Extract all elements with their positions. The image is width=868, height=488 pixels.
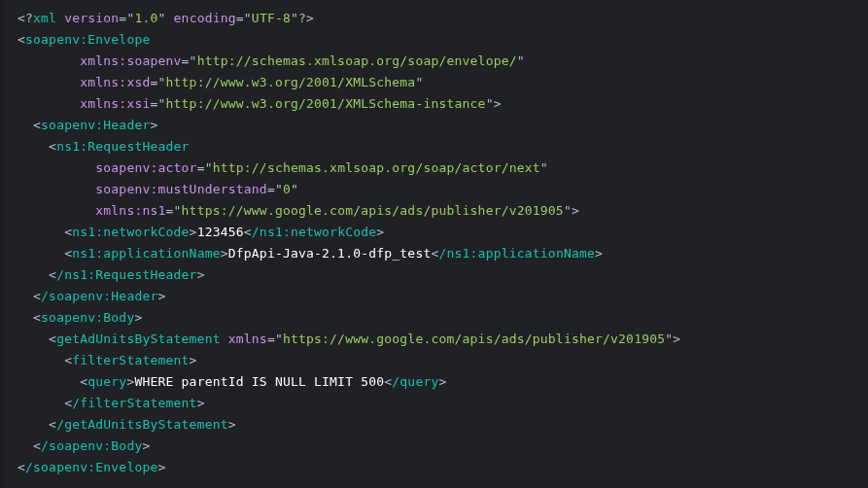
punct: " [486,96,494,111]
punct: > [494,96,502,111]
punct: < [49,267,56,282]
attr-name: xmlns:soapenv [80,53,181,68]
line: xmlns:soapenv="http://schemas.xmlsoap.or… [17,53,525,68]
punct: > [190,353,197,367]
attr-name: xmlns:xsi [80,96,150,111]
punct: = [150,75,157,89]
attr-value: http://schemas.xmlsoap.org/soap/envelope… [197,53,517,68]
tag-name: /ns1:networkCode [252,225,376,239]
punct: > [595,246,603,261]
tag-name: /query [392,374,438,389]
punct: " [291,11,298,25]
punct: < [64,353,72,367]
attr-value: http://schemas.xmlsoap.org/soap/actor/ne… [213,160,540,175]
tag-name: ns1:RequestHeader [56,139,189,154]
punct: < [33,118,41,132]
punct: " [190,53,197,68]
attr-value: https://www.google.com/apis/ads/publishe… [283,331,665,346]
attr-value: UTF-8 [252,11,291,25]
punct: > [197,267,205,282]
punct: < [49,331,56,346]
punct: > [228,417,236,432]
line: <?xml version="1.0" encoding="UTF-8"?> [17,11,314,25]
line: <soapenv:Header> [17,118,158,132]
punct: > [673,331,680,346]
punct: " [275,182,283,196]
punct: " [540,160,548,175]
tag-name: soapenv:Envelope [25,32,150,47]
punct: < [33,289,41,303]
line: </soapenv:Envelope> [17,460,166,474]
punct: > [134,310,142,325]
attr-value: http://www.w3.org/2001/XMLSchema [166,75,416,89]
punct: = [166,203,174,218]
punct: = [197,160,205,175]
tag-name: query [87,374,126,389]
tag-name: /soapenv:Envelope [25,460,157,474]
tag-name: /soapenv:Body [41,438,142,453]
punct: > [158,289,166,303]
tag-name: soapenv:Header [41,118,150,132]
tag-name: /ns1:applicationName [438,246,595,261]
attr-name: encoding [174,11,236,25]
line: <ns1:networkCode>123456</ns1:networkCode… [17,225,384,239]
punct: > [197,396,205,410]
tag-name: soapenv:Body [41,310,134,325]
text-content: 123456 [197,225,244,239]
line: soapenv:mustUnderstand="0" [17,182,298,196]
punct: " [174,203,182,218]
punct: = [267,182,275,196]
punct: > [158,460,166,474]
punct: < [49,139,56,154]
line: <filterStatement> [17,353,197,367]
line: soapenv:actor="http://schemas.xmlsoap.or… [17,160,548,175]
punct: < [244,225,252,239]
tag-name: getAdUnitsByStatement [56,331,221,346]
line: </getAdUnitsByStatement> [17,417,236,432]
attr-name: xmlns:xsd [80,75,150,89]
attr-name: xmlns [228,331,267,346]
xml-code-block: <?xml version="1.0" encoding="UTF-8"?> <… [0,0,868,488]
line: <soapenv:Envelope [17,32,150,47]
punct: < [64,246,72,261]
punct: " [158,96,166,111]
punct: > [572,203,579,218]
tag-name: xml [33,11,64,25]
punct: < [17,32,25,47]
punct: < [64,225,72,239]
punct: " [275,331,283,346]
punct: > [150,118,157,132]
text-content: WHERE parentId IS NULL LIMIT 500 [134,374,384,389]
tag-name: /ns1:RequestHeader [56,267,196,282]
attr-name: xmlns:ns1 [95,203,165,218]
punct: > [190,225,197,239]
attr-value: http://www.w3.org/2001/XMLSchema-instanc… [166,96,486,111]
line: <getAdUnitsByStatement xmlns="https://ww… [17,331,680,346]
tag-name: filterStatement [72,353,189,367]
punct: " [244,11,252,25]
punct: " [158,11,166,25]
punct: > [376,225,384,239]
attr-value: 0 [283,182,291,196]
attr-name: soapenv:actor [95,160,196,175]
tag-name: /soapenv:Header [41,289,157,303]
line: </filterStatement> [17,396,205,410]
punct: < [33,310,41,325]
tag-name: ns1:networkCode [72,225,189,239]
punct: > [142,438,150,453]
attr-name: soapenv:mustUnderstand [95,182,267,196]
punct: ?> [298,11,314,25]
text-content: DfpApi-Java-2.1.0-dfp_test [228,246,432,261]
punct: " [517,53,525,68]
tag-name: /filterStatement [72,396,196,410]
punct: " [415,75,423,89]
attr-value: 1.0 [134,11,157,25]
line: </ns1:RequestHeader> [17,267,205,282]
punct: < [17,460,25,474]
line: xmlns:xsd="http://www.w3.org/2001/XMLSch… [17,75,423,89]
line: </soapenv:Header> [17,289,166,303]
punct: < [33,438,41,453]
punct: = [267,331,275,346]
punct: " [291,182,298,196]
punct: < [49,417,56,432]
